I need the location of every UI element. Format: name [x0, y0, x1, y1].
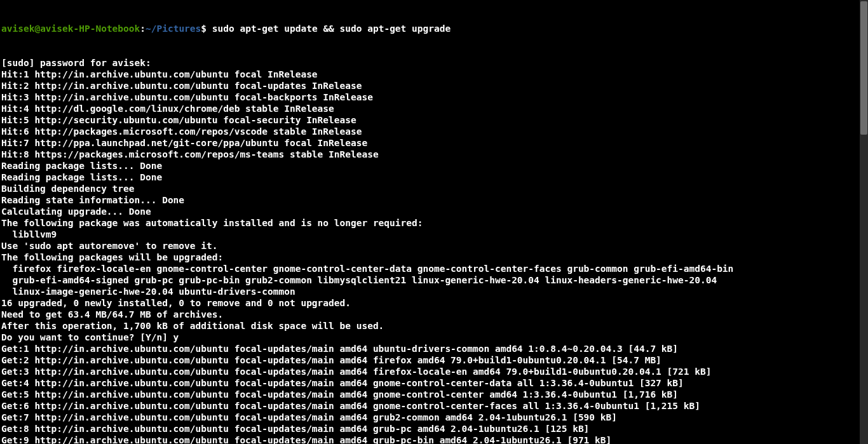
terminal[interactable]: avisek@avisek-HP-Notebook:~/Pictures$ su…: [0, 0, 861, 444]
terminal-line: Calculating upgrade... Done: [1, 206, 861, 217]
terminal-line: Building dependency tree: [1, 183, 861, 194]
prompt-host: avisek-HP-Notebook: [40, 24, 140, 34]
scrollbar-track[interactable]: [860, 0, 868, 444]
terminal-line: linux-image-generic-hwe-20.04 ubuntu-dri…: [1, 286, 861, 297]
terminal-line: Hit:8 https://packages.microsoft.com/rep…: [1, 149, 861, 160]
terminal-line: Hit:7 http://ppa.launchpad.net/git-core/…: [1, 137, 861, 149]
prompt-colon: :: [140, 24, 146, 34]
terminal-line: Hit:4 http://dl.google.com/linux/chrome/…: [1, 103, 861, 114]
terminal-output: [sudo] password for avisek:Hit:1 http://…: [1, 57, 861, 444]
terminal-line: Get:5 http://in.archive.ubuntu.com/ubunt…: [1, 389, 861, 400]
terminal-line: libllvm9: [1, 229, 861, 240]
terminal-line: Reading package lists... Done: [1, 172, 861, 183]
prompt-dollar: $: [201, 24, 212, 34]
terminal-line: Get:8 http://in.archive.ubuntu.com/ubunt…: [1, 423, 861, 434]
terminal-line: Hit:6 http://packages.microsoft.com/repo…: [1, 126, 861, 137]
terminal-line: Get:9 http://in.archive.ubuntu.com/ubunt…: [1, 434, 861, 444]
terminal-line: Use 'sudo apt autoremove' to remove it.: [1, 240, 861, 252]
terminal-line: The following packages will be upgraded:: [1, 252, 861, 263]
prompt-line: avisek@avisek-HP-Notebook:~/Pictures$ su…: [1, 23, 861, 34]
terminal-line: Get:2 http://in.archive.ubuntu.com/ubunt…: [1, 354, 861, 366]
terminal-line: Get:4 http://in.archive.ubuntu.com/ubunt…: [1, 377, 861, 389]
prompt-at: @: [34, 24, 40, 34]
scrollbar-thumb[interactable]: [860, 1, 867, 135]
terminal-line: Hit:5 http://security.ubuntu.com/ubuntu …: [1, 114, 861, 126]
terminal-line: firefox firefox-locale-en gnome-control-…: [1, 263, 861, 274]
prompt-command: sudo apt-get update && sudo apt-get upgr…: [212, 24, 451, 34]
terminal-line: Get:3 http://in.archive.ubuntu.com/ubunt…: [1, 366, 861, 377]
prompt-path: ~/Pictures: [146, 24, 201, 34]
terminal-line: Do you want to continue? [Y/n] y: [1, 332, 861, 343]
terminal-line: [sudo] password for avisek:: [1, 57, 861, 69]
terminal-line: 16 upgraded, 0 newly installed, 0 to rem…: [1, 297, 861, 309]
prompt-user: avisek: [1, 24, 34, 34]
terminal-line: Hit:1 http://in.archive.ubuntu.com/ubunt…: [1, 69, 861, 80]
terminal-line: Reading package lists... Done: [1, 160, 861, 172]
terminal-line: Need to get 63.4 MB/64.7 MB of archives.: [1, 309, 861, 320]
terminal-line: Get:7 http://in.archive.ubuntu.com/ubunt…: [1, 412, 861, 423]
terminal-line: Hit:2 http://in.archive.ubuntu.com/ubunt…: [1, 80, 861, 91]
terminal-line: Hit:3 http://in.archive.ubuntu.com/ubunt…: [1, 91, 861, 103]
terminal-line: Get:6 http://in.archive.ubuntu.com/ubunt…: [1, 400, 861, 412]
terminal-line: Get:1 http://in.archive.ubuntu.com/ubunt…: [1, 343, 861, 354]
terminal-line: The following package was automatically …: [1, 217, 861, 229]
terminal-line: grub-efi-amd64-signed grub-pc grub-pc-bi…: [1, 274, 861, 286]
terminal-line: Reading state information... Done: [1, 194, 861, 206]
terminal-line: After this operation, 1,700 kB of additi…: [1, 320, 861, 332]
